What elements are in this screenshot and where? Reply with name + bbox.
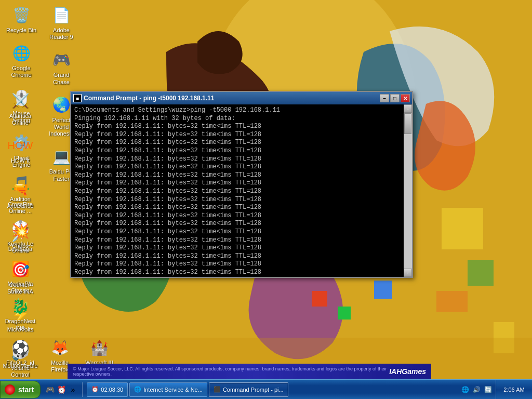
taskbar-task-internet-icon: 🌐 [134,386,141,393]
desktop-icon-adobe-reader[interactable]: 📄 Adobe Reader 9 [43,3,80,43]
cmd-reply-7: Reply from 192.168.1.11: bytes=32 time<1… [74,171,400,180]
cmd-reply-13: Reply from 192.168.1.11: bytes=32 time<1… [74,220,400,228]
taskbar-divider [82,382,83,397]
fifa-label: FifaOL2_id [5,359,35,367]
cmd-prompt-line: C:\Documents and Settings\wuzz>ping -t50… [74,107,400,115]
banner-text: © Major League Soccer, LLC. All rights r… [73,366,389,377]
cmd-reply-1: Reply from 192.168.1.11: bytes=32 time<1… [74,123,400,131]
bottom-banner: © Major League Soccer, LLC. All rights r… [68,364,431,379]
taskbar-quick-launch: 🎮 ⏰ » [43,384,80,395]
crossfire-label: CrossFire Online ... [4,201,37,215]
atlantica-online-label: Atlantica Online [4,112,37,127]
taskbar-task-internet[interactable]: 🌐 Internet Service & Ne... [129,382,207,397]
cmd-reply-20: Reply from 192.168.1.11: bytes=32 time<1… [74,276,400,277]
cmd-reply-8: Reply from 192.168.1.11: bytes=32 time<1… [74,179,400,188]
cmd-reply-14: Reply from 192.168.1.11: bytes=32 time<1… [74,228,400,236]
scrollbar-track[interactable] [404,113,412,269]
baidu-pc-icon: 💻 [51,146,72,167]
cmd-reply-9: Reply from 192.168.1.11: bytes=32 time<1… [74,188,400,196]
cmd-content: C:\Documents and Settings\wuzz>ping -t50… [74,107,409,277]
grand-chase-label: Grand Chase [45,71,78,86]
warcraft-icon: 🏰 [89,337,110,358]
cmd-body[interactable]: C:\Documents and Settings\wuzz>ping -t50… [71,104,412,277]
desktop-icon-fifa[interactable]: ⚽ FifaOL2_id [2,335,39,383]
taskbar-task-cmd-icon: ⬛ [214,386,221,393]
taskbar-task-clock-label: 02:08:30 [101,387,123,393]
taskbar-clock-display: 2:06 AM [503,387,524,393]
cmd-window-icon: ■ [73,94,82,102]
cmd-close-button[interactable]: ✕ [401,94,410,102]
cmd-titlebar-buttons: – □ ✕ [380,94,410,102]
desktop-icon-chaos[interactable]: 💥 Chaos [2,218,39,252]
google-chrome-label: Google Chrome [5,64,38,79]
taskbar: start 🎮 ⏰ » ⏰ 02:08:30 🌐 Internet Servic… [0,379,532,399]
taskbar-expand[interactable]: » [68,384,78,395]
cmd-reply-10: Reply from 192.168.1.11: bytes=32 time<1… [74,196,400,204]
cmd-reply-3: Reply from 192.168.1.11: bytes=32 time<1… [74,139,400,147]
how-it-label: HOW It [10,157,31,165]
adobe-reader-label: Adobe Reader 9 [45,26,78,41]
scrollbar-down-button[interactable]: ▼ [404,269,412,277]
cmd-reply-17: Reply from 192.168.1.11: bytes=32 time<1… [74,252,400,261]
cmd-reply-2: Reply from 192.168.1.11: bytes=32 time<1… [74,131,400,139]
desktop-icon-grand-chase[interactable]: 🎮 Grand Chase [43,47,80,88]
start-label: start [18,385,34,394]
perfect-world-icon: 🌏 [51,95,72,115]
start-orb-icon [5,384,15,395]
cmd-reply-18: Reply from 192.168.1.11: bytes=32 time<1… [74,260,400,269]
cmd-title-text: Command Prompt - ping -t5000 192.168.1.1… [84,95,380,102]
recycle-bin-icon: 🗑️ [11,5,32,25]
grand-chase-icon: 🎮 [51,49,72,70]
adobe-reader-icon: 📄 [51,5,72,25]
cmd-reply-11: Reply from 192.168.1.11: bytes=32 time<1… [74,204,400,212]
taskbar-task-cmd[interactable]: ⬛ Command Prompt - pi... [209,382,288,397]
desktop-icon-counter-strike[interactable]: 🎯 Counter-Strike INA [2,257,39,298]
scrollbar-thumb[interactable] [404,113,411,134]
cmd-reply-5: Reply from 192.168.1.11: bytes=32 time<1… [74,155,400,164]
tray-icon-volume[interactable]: 🔊 [472,385,481,394]
desktop-icon-crossfire[interactable]: 🔫 CrossFire Online ... [2,177,39,217]
google-chrome-icon: 🌐 [11,43,32,63]
start-button[interactable]: start [0,381,41,398]
chaos-label: Chaos [11,242,30,250]
cmd-reply-16: Reply from 192.168.1.11: bytes=32 time<1… [74,244,400,252]
cmd-reply-15: Reply from 192.168.1.11: bytes=32 time<1… [74,236,400,245]
cmd-reply-12: Reply from 192.168.1.11: bytes=32 time<1… [74,212,400,220]
cmd-reply-4: Reply from 192.168.1.11: bytes=32 time<1… [74,147,400,155]
atlantica-online-icon: ⚔️ [10,90,31,111]
taskbar-task-cmd-label: Command Prompt - pi... [223,387,284,393]
desktop-icon-google-chrome[interactable]: 🌐 Google Chrome [3,41,40,81]
iah-logo: IAHGames [389,367,426,376]
fifa-icon: ⚽ [10,337,31,358]
desktop-icon-recycle-bin[interactable]: 🗑️ Recycle Bin [3,3,40,36]
taskbar-tray: 🌐 🔊 🔄 [457,380,496,400]
firefox-icon: 🦊 [49,337,70,358]
cmd-ping-header: Pinging 192.168.1.11 with 32 bytes of da… [74,115,400,123]
cmd-maximize-button[interactable]: □ [390,94,400,102]
desktop-icon-dragonnest[interactable]: 🐉 DragonNest INA [2,294,39,334]
cmd-reply-19: Reply from 192.168.1.11: bytes=32 time<1… [74,269,400,277]
taskbar-time[interactable]: 2:06 AM [496,380,532,400]
dragonnest-icon: 🐉 [10,296,31,316]
desktop-icon-atlantica-online[interactable]: ⚔️ Atlantica Online [2,88,39,129]
how-it-icon: HOW [10,135,31,156]
crossfire-icon: 🔫 [10,179,31,200]
command-prompt-window: ■ Command Prompt - ping -t5000 192.168.1… [70,91,413,278]
recycle-bin-label: Recycle Bin [5,26,37,34]
taskbar-icon-clock[interactable]: ⏰ [56,384,66,395]
tray-icon-sync[interactable]: 🔄 [483,385,493,394]
dragonnest-label: DragonNest INA [4,317,37,332]
taskbar-icon-em[interactable]: 🎮 [45,384,55,395]
cmd-titlebar[interactable]: ■ Command Prompt - ping -t5000 192.168.1… [71,92,412,104]
taskbar-task-internet-label: Internet Service & Ne... [143,387,203,393]
cmd-reply-6: Reply from 192.168.1.11: bytes=32 time<1… [74,163,400,171]
chaos-icon: 💥 [10,220,31,241]
taskbar-task-clock-icon: ⏰ [91,386,99,393]
counter-strike-icon: 🎯 [10,259,31,280]
tray-icon-network[interactable]: 🌐 [460,385,470,394]
taskbar-task-clock[interactable]: ⏰ 02:08:30 [87,382,128,397]
scrollbar-up-button[interactable]: ▲ [404,104,412,113]
cmd-minimize-button[interactable]: – [380,94,389,102]
desktop-icon-how-it[interactable]: HOW HOW It [2,133,39,167]
cmd-scrollbar[interactable]: ▲ ▼ [404,104,412,277]
